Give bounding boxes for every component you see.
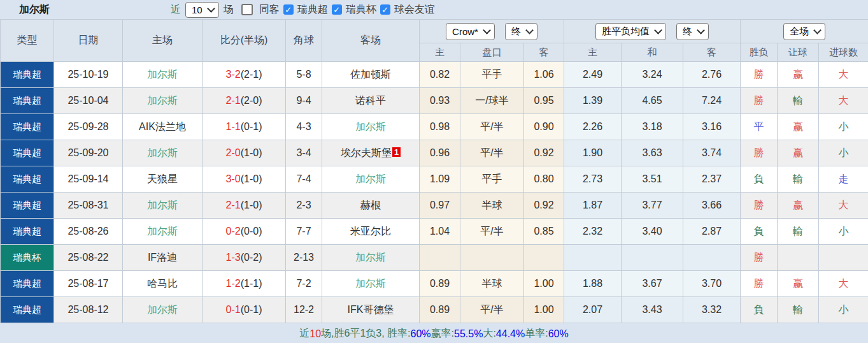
asian-home-odds: 1.09	[420, 166, 460, 193]
result-outcome: 勝	[741, 62, 778, 88]
recent-count-value: 10	[192, 4, 203, 15]
scope-select-value: 全场	[790, 26, 809, 38]
corners-cell: 2-3	[286, 193, 322, 219]
scope-select[interactable]: 全场	[783, 23, 825, 40]
asian-away-odds	[524, 245, 564, 271]
full-time-score: 1-3	[226, 252, 241, 263]
half-time-score: (1-0)	[241, 173, 262, 184]
table-row: 瑞典超25-10-19加尔斯3-2(2-1)5-8佐加顿斯0.82平手1.062…	[1, 62, 868, 88]
asian-away-odds: 0.92	[524, 140, 564, 166]
full-time-score: 3-2	[226, 69, 241, 80]
sub-header-asian-away: 客	[524, 43, 564, 62]
home-team-cell: 加尔斯	[123, 219, 203, 245]
sub-header-goals: 进球数	[819, 43, 868, 62]
asian-handicap	[460, 245, 524, 271]
summary-text-part: 60%	[411, 328, 431, 340]
corners-cell: 5-8	[286, 62, 322, 88]
full-time-score: 2-0	[226, 147, 241, 158]
home-team-cell: 加尔斯	[123, 62, 203, 88]
asian-home-odds: 0.97	[420, 193, 460, 219]
result-outcome: 負	[741, 219, 778, 245]
asian-away-odds: 1.00	[524, 297, 564, 323]
euro-odds-select-value: 胜平负均值	[602, 26, 650, 38]
same-away-checkbox[interactable]	[241, 4, 253, 15]
asian-away-odds: 0.80	[524, 166, 564, 193]
result-goals: 大	[819, 62, 868, 88]
half-time-score: (0-1)	[241, 304, 262, 315]
corners-cell: 7-4	[286, 166, 322, 193]
euro-stage-select[interactable]: 终	[676, 23, 709, 40]
full-time-score: 0-2	[226, 226, 241, 237]
asian-home-odds: 0.93	[420, 88, 460, 114]
result-goals	[819, 245, 868, 271]
summary-text-part: 单率:	[525, 327, 548, 340]
result-goals: 小	[819, 219, 868, 245]
score-cell: 3-2(2-1)	[203, 62, 286, 88]
summary-text-part: 近	[299, 327, 309, 340]
euro-home-odds: 2.07	[564, 297, 622, 323]
league-label-2: 球会友谊	[394, 3, 435, 17]
corners-cell: 7-2	[286, 271, 322, 297]
result-goals: 小	[819, 140, 868, 166]
asian-home-odds: 0.98	[420, 114, 460, 140]
col-header-home: 主场	[123, 20, 203, 62]
sub-header-outcome: 胜负	[741, 43, 778, 62]
result-handicap: 赢	[778, 62, 819, 88]
asian-handicap: 平手	[460, 166, 524, 193]
filter-controls: 近 10 场 同客 ✓ 瑞典超 ✓ 瑞典杯 ✓ 球会友谊	[171, 2, 435, 18]
euro-away-odds: 3.66	[683, 193, 741, 219]
away-team-name: 诺科平	[355, 95, 386, 106]
league-checkbox-2[interactable]: ✓	[380, 4, 390, 15]
full-time-score: 0-1	[226, 304, 241, 315]
summary-text-part: 44.4%	[496, 328, 525, 340]
result-handicap: 赢	[778, 193, 819, 219]
result-handicap: 赢	[778, 114, 819, 140]
euro-odds-select[interactable]: 胜平负均值	[595, 23, 666, 40]
away-team-name: 赫根	[360, 200, 381, 210]
euro-away-odds: 2.87	[683, 219, 741, 245]
half-time-score: (0-2)	[241, 252, 262, 263]
recent-count-select[interactable]: 10	[185, 2, 219, 18]
date-cell: 25-10-04	[54, 88, 123, 114]
full-time-score: 1-2	[226, 278, 241, 289]
date-cell: 25-08-17	[54, 271, 123, 297]
away-team-cell: 诺科平	[322, 88, 420, 114]
result-goals: 走	[819, 166, 868, 193]
score-cell: 1-2(1-1)	[203, 271, 286, 297]
col-header-score: 比分(半场)	[203, 20, 286, 62]
league-checkbox-1[interactable]: ✓	[332, 4, 342, 15]
euro-home-odds: 2.73	[564, 166, 622, 193]
result-outcome: 勝	[741, 271, 778, 297]
asian-handicap: 一/球半	[460, 88, 524, 114]
half-time-score: (2-1)	[241, 69, 262, 80]
away-team-cell: 埃尔夫斯堡1	[322, 140, 420, 166]
summary-text-part: 赢率:	[431, 327, 454, 340]
score-cell: 1-1(0-1)	[203, 114, 286, 140]
asian-away-odds: 1.06	[524, 62, 564, 88]
asian-stage-select[interactable]: 终	[505, 23, 537, 40]
half-time-score: (2-0)	[241, 95, 262, 106]
result-handicap: 輸	[778, 297, 819, 323]
asian-away-odds: 1.00	[524, 271, 564, 297]
result-handicap: 赢	[778, 271, 819, 297]
asian-handicap: 平/半	[460, 219, 524, 245]
chevron-down-icon	[813, 26, 822, 34]
full-time-score: 2-1	[226, 200, 241, 210]
type-cell: 瑞典超	[1, 88, 54, 114]
result-goals: 小	[819, 114, 868, 140]
result-goals: 大	[819, 88, 868, 114]
home-team-name: 加尔斯	[147, 226, 178, 237]
euro-draw-odds: 3.40	[622, 219, 683, 245]
home-team-name: 加尔斯	[147, 304, 178, 315]
date-cell: 25-08-12	[54, 297, 123, 323]
table-row: 瑞典超25-09-14天狼星3-0(1-0)7-4加尔斯1.09平手0.802.…	[1, 166, 868, 193]
result-goals: 大	[819, 271, 868, 297]
date-cell: 25-09-14	[54, 166, 123, 193]
type-cell: 瑞典超	[1, 166, 54, 193]
league-checkbox-0[interactable]: ✓	[283, 4, 294, 15]
match-history-panel: 加尔斯 近 10 场 同客 ✓ 瑞典超 ✓ 瑞典杯 ✓ 球会友谊	[0, 0, 868, 343]
table-row: 瑞典超25-09-20加尔斯2-0(1-0)3-4埃尔夫斯堡10.96平/半0.…	[1, 140, 868, 166]
chevron-down-icon	[207, 4, 215, 13]
home-team-name: IF洛迪	[148, 252, 177, 263]
bookmaker-select[interactable]: Crow*	[446, 23, 495, 40]
